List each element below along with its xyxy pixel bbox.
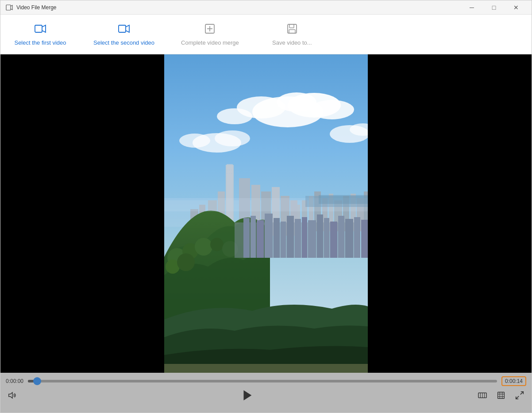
svg-rect-60 [251,216,256,258]
app-icon [6,4,13,11]
fullscreen-button[interactable] [513,389,526,402]
svg-rect-67 [302,217,307,258]
svg-marker-81 [244,391,251,400]
save-icon [286,23,298,37]
video-black-left [0,54,164,373]
svg-line-91 [520,392,523,394]
controls-bar: 0:00:00 0:00:14 [0,373,532,413]
ctrl-right [476,389,526,402]
svg-rect-50 [231,173,232,174]
svg-marker-80 [9,393,12,398]
svg-rect-73 [345,219,353,258]
play-button[interactable] [240,388,255,403]
toolbar-label-first: Select the first video [14,39,66,46]
volume-button[interactable] [6,389,19,402]
svg-rect-71 [330,222,337,258]
progress-thumb[interactable] [33,377,41,385]
ctrl-center [240,388,255,403]
title-bar: Video File Merge ─ □ ✕ [0,0,532,15]
svg-rect-8 [289,30,295,33]
video-frame [164,54,368,373]
toolbar-select-second[interactable]: Select the second video [80,18,168,50]
main-window: Video File Merge ─ □ ✕ Select the first … [0,0,532,413]
svg-rect-47 [231,169,232,171]
crop-icon [496,390,506,400]
svg-rect-59 [243,218,250,258]
window-title: Video File Merge [16,4,57,11]
merge-icon [204,23,216,37]
svg-rect-79 [319,195,368,204]
svg-rect-74 [354,217,360,258]
video-icon-second [118,23,130,37]
svg-rect-61 [257,220,264,258]
ctrl-left [6,389,19,402]
svg-rect-45 [227,169,227,171]
maximize-button[interactable]: □ [484,0,504,15]
svg-rect-64 [281,222,286,258]
svg-rect-49 [229,173,230,174]
svg-point-54 [210,238,224,251]
svg-point-17 [179,134,210,148]
play-icon [242,390,253,401]
svg-point-15 [217,108,252,124]
svg-rect-75 [361,220,368,258]
svg-line-92 [516,396,519,399]
svg-rect-46 [229,169,230,171]
time-start: 0:00:00 [6,378,23,384]
svg-rect-48 [227,173,227,174]
buttons-row [6,388,526,403]
frame-icon [478,390,487,400]
svg-rect-68 [308,220,316,258]
svg-rect-70 [324,218,329,258]
svg-point-18 [215,130,250,146]
toolbar-select-first[interactable]: Select the first video [0,18,80,50]
title-bar-left: Video File Merge [6,4,57,11]
video-icon-first [34,23,46,37]
close-button[interactable]: ✕ [506,0,526,15]
svg-rect-7 [289,24,294,28]
svg-point-53 [195,238,212,256]
svg-point-57 [177,253,195,271]
svg-point-14 [310,100,354,119]
svg-rect-76 [164,364,368,373]
svg-rect-63 [274,218,280,258]
toolbar: Select the first video Select the second… [0,15,532,54]
svg-rect-2 [119,25,126,32]
svg-rect-86 [498,392,505,399]
window-controls: ─ □ ✕ [462,0,526,15]
crop-button[interactable] [494,389,508,402]
toolbar-label-second: Select the second video [93,39,154,46]
toolbar-label-merge: Complete video merge [181,39,239,46]
toolbar-complete-merge[interactable]: Complete video merge [168,18,252,50]
svg-rect-62 [265,214,273,258]
svg-rect-1 [35,25,42,32]
toolbar-label-save: Save video to... [272,39,312,46]
frame-button[interactable] [476,389,489,402]
video-black-right [368,54,532,373]
volume-icon [8,390,17,400]
fullscreen-icon [515,390,524,400]
progress-track[interactable] [28,380,497,382]
svg-rect-72 [338,216,344,258]
svg-rect-0 [6,5,11,10]
progress-row: 0:00:00 0:00:14 [6,376,526,386]
minimize-button[interactable]: ─ [462,0,482,15]
svg-rect-65 [287,216,294,258]
video-center [164,54,368,373]
svg-rect-66 [295,219,301,258]
time-end-badge: 0:00:14 [501,376,526,386]
toolbar-save-video[interactable]: Save video to... [252,18,332,50]
video-area [0,54,532,373]
svg-rect-69 [317,214,323,258]
